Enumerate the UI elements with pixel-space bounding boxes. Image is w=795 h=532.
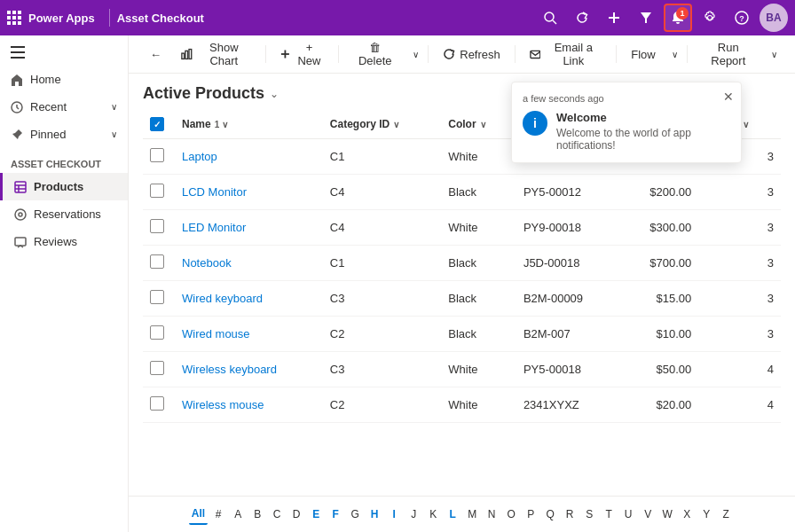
row-checkbox[interactable] (150, 361, 164, 375)
refresh-circle-btn[interactable] (568, 4, 596, 32)
grid-icon[interactable] (7, 11, 21, 25)
alpha-btn-o[interactable]: O (502, 504, 520, 525)
cell-name[interactable]: Wired mouse (175, 317, 323, 352)
app-name: Power Apps (28, 12, 95, 25)
alpha-btn-d[interactable]: D (287, 504, 305, 525)
row-checkbox[interactable] (150, 254, 164, 269)
page-title-chevron[interactable]: ⌄ (270, 88, 279, 100)
alpha-btn-y[interactable]: Y (697, 504, 715, 525)
sidebar-home[interactable]: Home (0, 66, 128, 93)
cell-color: Black (441, 246, 516, 281)
row-checkbox[interactable] (150, 396, 164, 411)
flow-dropdown[interactable]: ∨ (668, 41, 681, 67)
cell-rating: 3 (698, 246, 781, 281)
alpha-btn-x[interactable]: X (678, 504, 696, 525)
alpha-btn-u[interactable]: U (619, 504, 637, 525)
row-checkbox[interactable] (150, 290, 164, 304)
row-checkbox[interactable] (150, 148, 164, 162)
sidebar-hamburger[interactable] (0, 39, 128, 66)
delete-button[interactable]: 🗑 Delete (344, 41, 405, 67)
notif-message: Welcome to the world of app notification… (556, 127, 730, 152)
cell-name[interactable]: Wireless mouse (175, 387, 323, 423)
alpha-btn-i[interactable]: I (385, 504, 403, 525)
sidebar-item-reviews[interactable]: Reviews (0, 228, 128, 255)
run-report-dropdown[interactable]: ∨ (767, 41, 781, 67)
alpha-btn-f[interactable]: F (327, 504, 344, 525)
alpha-btn-b[interactable]: B (248, 504, 266, 525)
alpha-btn-r[interactable]: R (561, 504, 579, 525)
alpha-btn-j[interactable]: J (405, 504, 422, 525)
alpha-btn-e[interactable]: E (307, 504, 325, 525)
alpha-btn-k[interactable]: K (424, 504, 442, 525)
alpha-btn-n[interactable]: N (483, 504, 500, 525)
run-report-button[interactable]: Run Report (693, 41, 764, 67)
table-row: Wireless keyboard C3 White PY5-00018 $50… (143, 352, 781, 387)
help-btn[interactable]: ? (728, 4, 756, 32)
name-sort-icon: 1 ∨ (215, 120, 228, 129)
alpha-btn-p[interactable]: P (522, 504, 539, 525)
bell-btn[interactable]: 1 (664, 4, 692, 32)
delete-dropdown[interactable]: ∨ (409, 41, 422, 67)
cell-name[interactable]: LCD Monitor (175, 175, 323, 210)
alpha-btn-m[interactable]: M (463, 504, 481, 525)
alpha-btn-all[interactable]: All (189, 504, 208, 525)
cell-name[interactable]: Laptop (175, 139, 323, 175)
new-button[interactable]: + New (272, 41, 333, 67)
alpha-btn-v[interactable]: V (639, 504, 657, 525)
search-btn[interactable] (536, 4, 564, 32)
cell-color: White (441, 210, 516, 246)
cell-name[interactable]: LED Monitor (175, 210, 323, 246)
col-color[interactable]: Color ∨ (441, 110, 516, 139)
cell-name[interactable]: Wireless keyboard (175, 352, 323, 387)
refresh-button[interactable]: Refresh (434, 41, 509, 67)
alpha-btn-a[interactable]: A (229, 504, 247, 525)
alpha-btn-s[interactable]: S (580, 504, 598, 525)
alpha-btn-w[interactable]: W (658, 504, 676, 525)
flow-button[interactable]: Flow (622, 41, 664, 67)
row-checkbox[interactable] (150, 325, 164, 340)
alpha-btn-g[interactable]: G (346, 504, 364, 525)
alpha-btn-q[interactable]: Q (541, 504, 559, 525)
alpha-btn-h[interactable]: H (366, 504, 383, 525)
cell-rating: 4 (698, 387, 781, 423)
sidebar-item-products[interactable]: Products (0, 173, 128, 200)
alpha-btn-l[interactable]: L (444, 504, 461, 525)
alpha-btn-t[interactable]: T (600, 504, 618, 525)
filter-btn[interactable] (632, 4, 660, 32)
email-link-button[interactable]: Email a Link (521, 41, 611, 67)
plus-btn[interactable] (600, 4, 628, 32)
alpha-btn-z[interactable]: Z (717, 504, 735, 525)
cell-name[interactable]: Notebook (175, 246, 323, 281)
recent-chevron: ∨ (111, 102, 117, 112)
sidebar-recent[interactable]: Recent ∨ (0, 93, 128, 121)
col-category-id[interactable]: Category ID ∨ (323, 110, 441, 139)
alpha-btn-c[interactable]: C (268, 504, 286, 525)
select-all-checkbox[interactable]: ✓ (150, 117, 164, 131)
content-area: ← Show Chart + New 🗑 Delete ∨ Refresh (129, 35, 795, 532)
row-checkbox[interactable] (150, 219, 164, 233)
table-row: Notebook C1 Black J5D-00018 $700.00 3 (143, 246, 781, 281)
sidebar-item-reservations[interactable]: Reservations (0, 200, 128, 228)
cell-price: $300.00 (623, 210, 698, 246)
cell-name[interactable]: Wired keyboard (175, 281, 323, 317)
cell-price: $700.00 (623, 246, 698, 281)
svg-rect-1 (12, 11, 16, 14)
sidebar-group-label: Asset Checkout (0, 148, 128, 173)
table-row: Wireless mouse C2 White 2341XYXZ $20.00 … (143, 387, 781, 423)
back-button[interactable]: ← (143, 41, 169, 67)
avatar[interactable]: BA (760, 4, 788, 32)
svg-rect-28 (185, 51, 188, 59)
table-row: Wired mouse C2 Black B2M-007 $10.00 3 (143, 317, 781, 352)
notif-close-button[interactable]: ✕ (723, 90, 734, 104)
row-checkbox[interactable] (150, 184, 164, 198)
cell-category-id: C3 (323, 281, 441, 317)
alpha-btn-#[interactable]: # (209, 504, 227, 525)
cell-category-id: C1 (323, 139, 441, 175)
settings-btn[interactable] (696, 4, 724, 32)
cell-category-id: C3 (323, 352, 441, 387)
col-name[interactable]: Name 1 ∨ (175, 110, 323, 139)
show-chart-button[interactable]: Show Chart (172, 41, 260, 67)
sidebar-pinned[interactable]: Pinned ∨ (0, 121, 128, 148)
table-row: LED Monitor C4 White PY9-00018 $300.00 3 (143, 210, 781, 246)
sidebar-pinned-label: Pinned (30, 128, 66, 141)
